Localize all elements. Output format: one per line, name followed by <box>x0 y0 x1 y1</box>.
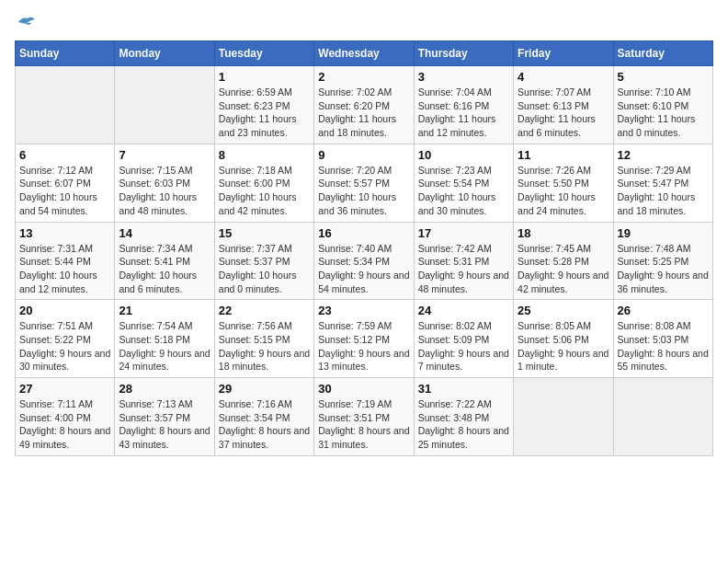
calendar-cell: 1Sunrise: 6:59 AMSunset: 6:23 PMDaylight… <box>214 66 313 144</box>
calendar-cell: 7Sunrise: 7:15 AMSunset: 6:03 PMDaylight… <box>115 144 214 222</box>
weekday-header-friday: Friday <box>514 41 613 66</box>
cell-info: Sunrise: 7:59 AMSunset: 5:12 PMDaylight:… <box>318 319 409 373</box>
cell-day-number: 8 <box>219 148 310 162</box>
cell-day-number: 15 <box>219 226 310 240</box>
calendar-cell: 21Sunrise: 7:54 AMSunset: 5:18 PMDayligh… <box>115 300 214 378</box>
calendar-cell: 30Sunrise: 7:19 AMSunset: 3:51 PMDayligh… <box>314 378 414 456</box>
cell-info: Sunrise: 7:42 AMSunset: 5:31 PMDaylight:… <box>418 242 509 296</box>
calendar-cell: 15Sunrise: 7:37 AMSunset: 5:37 PMDayligh… <box>214 222 313 300</box>
calendar-week-4: 20Sunrise: 7:51 AMSunset: 5:22 PMDayligh… <box>16 300 713 378</box>
weekday-header-thursday: Thursday <box>414 41 513 66</box>
calendar-cell: 12Sunrise: 7:29 AMSunset: 5:47 PMDayligh… <box>613 144 712 222</box>
weekday-header-sunday: Sunday <box>16 41 115 66</box>
cell-day-number: 22 <box>219 304 310 317</box>
calendar-week-2: 6Sunrise: 7:12 AMSunset: 6:07 PMDaylight… <box>16 144 713 222</box>
cell-day-number: 19 <box>618 226 709 240</box>
calendar-week-3: 13Sunrise: 7:31 AMSunset: 5:44 PMDayligh… <box>16 222 713 300</box>
cell-day-number: 13 <box>19 226 110 240</box>
calendar-cell: 20Sunrise: 7:51 AMSunset: 5:22 PMDayligh… <box>16 300 115 378</box>
calendar-cell: 6Sunrise: 7:12 AMSunset: 6:07 PMDaylight… <box>16 144 115 222</box>
cell-info: Sunrise: 7:02 AMSunset: 6:20 PMDaylight:… <box>318 86 409 140</box>
cell-day-number: 20 <box>19 304 110 317</box>
cell-day-number: 26 <box>618 304 709 317</box>
calendar-cell: 24Sunrise: 8:02 AMSunset: 5:09 PMDayligh… <box>414 300 513 378</box>
calendar-cell: 8Sunrise: 7:18 AMSunset: 6:00 PMDaylight… <box>214 144 313 222</box>
cell-info: Sunrise: 7:19 AMSunset: 3:51 PMDaylight:… <box>318 397 409 452</box>
calendar-cell: 22Sunrise: 7:56 AMSunset: 5:15 PMDayligh… <box>214 300 313 378</box>
cell-info: Sunrise: 7:51 AMSunset: 5:22 PMDaylight:… <box>19 319 110 373</box>
cell-day-number: 16 <box>318 226 409 240</box>
calendar-cell: 2Sunrise: 7:02 AMSunset: 6:20 PMDaylight… <box>314 66 414 144</box>
weekday-header-tuesday: Tuesday <box>214 41 313 66</box>
cell-day-number: 21 <box>119 304 210 317</box>
cell-day-number: 6 <box>19 148 110 162</box>
logo <box>15 15 37 29</box>
cell-info: Sunrise: 8:05 AMSunset: 5:06 PMDaylight:… <box>518 319 609 373</box>
calendar-cell: 14Sunrise: 7:34 AMSunset: 5:41 PMDayligh… <box>115 222 214 300</box>
calendar-cell: 9Sunrise: 7:20 AMSunset: 5:57 PMDaylight… <box>314 144 414 222</box>
weekday-header-saturday: Saturday <box>613 41 712 66</box>
calendar-cell: 31Sunrise: 7:22 AMSunset: 3:48 PMDayligh… <box>414 378 513 456</box>
cell-info: Sunrise: 7:37 AMSunset: 5:37 PMDaylight:… <box>219 242 310 296</box>
cell-day-number: 1 <box>219 70 310 84</box>
cell-day-number: 3 <box>418 70 509 84</box>
cell-info: Sunrise: 7:15 AMSunset: 6:03 PMDaylight:… <box>119 164 210 218</box>
calendar-cell: 4Sunrise: 7:07 AMSunset: 6:13 PMDaylight… <box>514 66 613 144</box>
calendar-cell: 10Sunrise: 7:23 AMSunset: 5:54 PMDayligh… <box>414 144 513 222</box>
cell-day-number: 12 <box>618 148 709 162</box>
calendar-header: SundayMondayTuesdayWednesdayThursdayFrid… <box>16 41 713 66</box>
calendar-cell: 13Sunrise: 7:31 AMSunset: 5:44 PMDayligh… <box>16 222 115 300</box>
weekday-header-row: SundayMondayTuesdayWednesdayThursdayFrid… <box>16 41 713 66</box>
cell-day-number: 5 <box>618 70 709 84</box>
cell-day-number: 10 <box>418 148 509 162</box>
calendar-cell: 18Sunrise: 7:45 AMSunset: 5:28 PMDayligh… <box>514 222 613 300</box>
cell-info: Sunrise: 8:08 AMSunset: 5:03 PMDaylight:… <box>618 319 709 373</box>
cell-day-number: 7 <box>119 148 210 162</box>
calendar-cell: 11Sunrise: 7:26 AMSunset: 5:50 PMDayligh… <box>514 144 613 222</box>
calendar-cell: 27Sunrise: 7:11 AMSunset: 4:00 PMDayligh… <box>16 378 115 456</box>
cell-info: Sunrise: 7:10 AMSunset: 6:10 PMDaylight:… <box>618 86 709 140</box>
cell-day-number: 23 <box>318 304 409 317</box>
cell-info: Sunrise: 7:54 AMSunset: 5:18 PMDaylight:… <box>119 319 210 373</box>
cell-info: Sunrise: 7:22 AMSunset: 3:48 PMDaylight:… <box>418 397 509 452</box>
calendar-table: SundayMondayTuesdayWednesdayThursdayFrid… <box>15 40 713 456</box>
cell-info: Sunrise: 7:48 AMSunset: 5:25 PMDaylight:… <box>618 242 709 296</box>
calendar-cell <box>115 66 214 144</box>
calendar-cell: 3Sunrise: 7:04 AMSunset: 6:16 PMDaylight… <box>414 66 513 144</box>
cell-info: Sunrise: 7:13 AMSunset: 3:57 PMDaylight:… <box>119 397 210 452</box>
cell-day-number: 18 <box>518 226 609 240</box>
cell-info: Sunrise: 7:12 AMSunset: 6:07 PMDaylight:… <box>19 164 110 218</box>
cell-day-number: 11 <box>518 148 609 162</box>
calendar-week-1: 1Sunrise: 6:59 AMSunset: 6:23 PMDaylight… <box>16 66 713 144</box>
cell-info: Sunrise: 7:40 AMSunset: 5:34 PMDaylight:… <box>318 242 409 296</box>
calendar-cell: 23Sunrise: 7:59 AMSunset: 5:12 PMDayligh… <box>314 300 414 378</box>
calendar-cell <box>514 378 613 456</box>
cell-day-number: 25 <box>518 304 609 317</box>
calendar-week-5: 27Sunrise: 7:11 AMSunset: 4:00 PMDayligh… <box>16 378 713 456</box>
weekday-header-wednesday: Wednesday <box>314 41 414 66</box>
cell-info: Sunrise: 7:11 AMSunset: 4:00 PMDaylight:… <box>19 397 110 452</box>
cell-day-number: 4 <box>518 70 609 84</box>
cell-day-number: 2 <box>318 70 409 84</box>
page-header <box>15 15 713 29</box>
calendar-cell: 28Sunrise: 7:13 AMSunset: 3:57 PMDayligh… <box>115 378 214 456</box>
cell-day-number: 14 <box>119 226 210 240</box>
calendar-cell: 19Sunrise: 7:48 AMSunset: 5:25 PMDayligh… <box>613 222 712 300</box>
calendar-cell: 5Sunrise: 7:10 AMSunset: 6:10 PMDaylight… <box>613 66 712 144</box>
cell-info: Sunrise: 7:20 AMSunset: 5:57 PMDaylight:… <box>318 164 409 218</box>
calendar-cell: 16Sunrise: 7:40 AMSunset: 5:34 PMDayligh… <box>314 222 414 300</box>
logo-bird-icon <box>17 15 37 29</box>
cell-info: Sunrise: 7:45 AMSunset: 5:28 PMDaylight:… <box>518 242 609 296</box>
calendar-cell: 17Sunrise: 7:42 AMSunset: 5:31 PMDayligh… <box>414 222 513 300</box>
cell-day-number: 17 <box>418 226 509 240</box>
weekday-header-monday: Monday <box>115 41 214 66</box>
cell-info: Sunrise: 7:23 AMSunset: 5:54 PMDaylight:… <box>418 164 509 218</box>
cell-info: Sunrise: 8:02 AMSunset: 5:09 PMDaylight:… <box>418 319 509 373</box>
cell-info: Sunrise: 7:56 AMSunset: 5:15 PMDaylight:… <box>219 319 310 373</box>
cell-day-number: 24 <box>418 304 509 317</box>
cell-day-number: 31 <box>418 382 509 396</box>
cell-day-number: 29 <box>219 382 310 396</box>
calendar-cell <box>16 66 115 144</box>
cell-day-number: 27 <box>19 382 110 396</box>
cell-day-number: 9 <box>318 148 409 162</box>
